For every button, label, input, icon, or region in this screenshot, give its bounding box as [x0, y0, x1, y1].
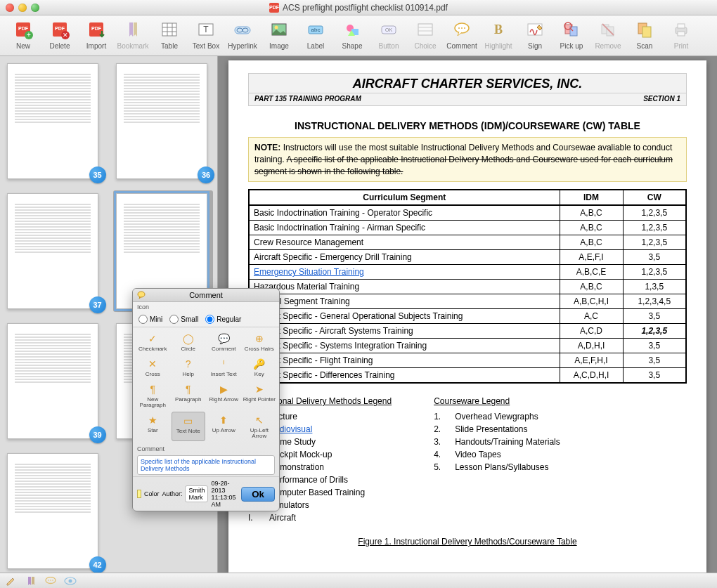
icon-option-cross-hairs[interactable]: ⊕Cross Hairs: [243, 330, 277, 354]
comment-bar-icon[interactable]: [44, 575, 58, 587]
toolbar-comment-button[interactable]: Comment: [444, 18, 479, 50]
toolbar-hyperlink-button[interactable]: Hyperlink: [225, 18, 260, 50]
table-row: Aircraft Specific - Flight TrainingA,E,F…: [249, 353, 686, 368]
cell-segment: Aircraft Specific - Aircraft Systems Tra…: [249, 324, 560, 339]
toolbar-label: Button: [379, 42, 399, 50]
thumbnail-page-42[interactable]: 42: [7, 453, 102, 569]
toolbar-delete-button[interactable]: PDF✕Delete: [42, 18, 77, 50]
choice-icon: [414, 18, 437, 41]
svg-rect-45: [642, 27, 651, 37]
size-radio-regular[interactable]: Regular: [205, 315, 241, 324]
icon-option-help[interactable]: ?Help: [172, 355, 206, 379]
thumbnail-page-36[interactable]: 36: [116, 63, 211, 179]
cell-idm: A,B,C,H,I: [560, 294, 623, 309]
icon-option-label: Text Note: [176, 429, 200, 434]
bookmark-icon: [122, 18, 144, 41]
textbox-icon: T: [195, 18, 217, 41]
comment-text-field[interactable]: Specific list of the applicable Instruct…: [137, 455, 275, 475]
text-note-icon: ▭: [182, 414, 195, 427]
thumbnail-page-35[interactable]: 35: [7, 63, 102, 179]
svg-point-53: [52, 580, 53, 581]
icon-option-up-arrow[interactable]: ⬆Up Arrow: [207, 412, 241, 441]
thumbnail-page-37[interactable]: 37: [7, 193, 102, 309]
note-struck: A specific list of the applicable Instru…: [254, 155, 673, 176]
toolbar-bookmark-button[interactable]: Bookmark: [115, 18, 150, 50]
page-badge: 37: [89, 296, 106, 313]
svg-text:T: T: [203, 25, 209, 34]
popup-header[interactable]: Comment: [133, 289, 279, 302]
cell-segment: Basic Indoctrination Training - Operator…: [249, 205, 560, 221]
icon-option-new-paragraph[interactable]: ¶New Paragraph: [136, 381, 170, 410]
color-swatch[interactable]: [137, 490, 141, 498]
icon-option-label: Key: [254, 372, 264, 377]
toolbar-label: Sign: [528, 42, 542, 50]
icon-option-circle[interactable]: ◯Circle: [172, 330, 206, 354]
remove-icon: [597, 18, 619, 41]
size-radio-small[interactable]: Small: [169, 315, 198, 324]
toolbar-image-button[interactable]: Image: [261, 18, 297, 50]
shape-icon: [341, 18, 363, 41]
icon-option-label: Paragraph: [175, 397, 201, 403]
icon-option-label: Up Arrow: [212, 428, 235, 433]
segment-link[interactable]: Emergency Situation Training: [254, 267, 364, 277]
size-radio-mini[interactable]: Mini: [138, 315, 162, 324]
toolbar-sign-button[interactable]: Sign: [517, 18, 553, 50]
toolbar-choice-button[interactable]: Choice: [408, 18, 443, 50]
timestamp: 09-28-2013 11:13:05 AM: [211, 480, 238, 508]
cell-idm: A,C,D: [560, 324, 623, 339]
bookmark-bar-icon[interactable]: [24, 575, 38, 587]
icon-option-star[interactable]: ★Star: [136, 412, 170, 441]
icon-option-paragraph[interactable]: ¶Paragraph: [172, 381, 206, 410]
icon-option-checkmark[interactable]: ✓Checkmark: [136, 330, 170, 354]
toolbar-import-button[interactable]: PDFImport: [79, 18, 114, 50]
cell-segment: Aircraft Specific - Differences Training: [249, 368, 560, 384]
toolbar-label: Delete: [50, 42, 70, 50]
comment-popup[interactable]: Comment Icon Mini Small Regular ✓Checkma…: [132, 288, 280, 511]
svg-text:B: B: [494, 22, 503, 37]
icon-option-key[interactable]: 🔑Key: [243, 355, 277, 379]
icon-option-cross[interactable]: ✕Cross: [136, 355, 170, 379]
icon-option-right-arrow[interactable]: ▶Right Arrow: [207, 381, 241, 410]
toolbar-label-button[interactable]: abcLabel: [298, 18, 333, 50]
eye-icon[interactable]: [63, 575, 77, 587]
icon-option-text-note[interactable]: ▭Text Note: [172, 412, 206, 441]
legend-item: 3.Handouts/Training Materials: [434, 436, 560, 448]
toolbar-button-button[interactable]: OKButton: [371, 18, 406, 50]
toolbar-scan-button[interactable]: Scan: [627, 18, 662, 50]
cell-idm: A,D,H,I: [560, 339, 623, 353]
button-icon: OK: [377, 18, 400, 41]
table-row: Aircraft Specific - Emergency Drill Trai…: [249, 250, 686, 265]
page-badge: 35: [89, 166, 106, 183]
toolbar-table-button[interactable]: Table: [152, 18, 187, 50]
toolbar-print-button[interactable]: Print: [664, 18, 699, 50]
toolbar-highlight-button[interactable]: BHighlight: [481, 18, 516, 50]
new-paragraph-icon: ¶: [146, 383, 159, 396]
svg-point-21: [275, 26, 278, 30]
thumbnail-page-39[interactable]: 39: [7, 323, 102, 439]
toolbar-new-button[interactable]: PDF+New: [6, 18, 41, 50]
cell-segment: Aircraft Specific - General Operational …: [249, 309, 560, 324]
icon-option-comment[interactable]: 💬Comment: [207, 330, 241, 354]
cell-cw: 1,3,5: [623, 280, 686, 294]
icon-option-insert-text[interactable]: ᴵInsert Text: [207, 355, 241, 379]
idm-cw-table: Curriculum Segment IDM CW Basic Indoctri…: [248, 189, 687, 384]
pencil-icon[interactable]: [4, 575, 18, 587]
window-titlebar: PDF ACS preflight postflight checklist 0…: [0, 0, 717, 15]
author-field[interactable]: Smith Mark: [185, 485, 208, 502]
toolbar-pick-up-button[interactable]: Pick up: [554, 18, 589, 50]
document-viewport[interactable]: AIRCRAFT CHARTER SERVICES, INC. PART 135…: [218, 56, 717, 573]
table-row: Aircraft Specific - Systems Integration …: [249, 339, 686, 353]
cell-cw: 3,5: [623, 309, 686, 324]
icon-option-right-pointer[interactable]: ➤Right Pointer: [243, 381, 277, 410]
toolbar-remove-button[interactable]: Remove: [590, 18, 626, 50]
icon-option-label: New Paragraph: [136, 397, 170, 408]
cell-segment: Crew Resource Management: [249, 235, 560, 250]
toolbar-shape-button[interactable]: Shape: [335, 18, 370, 50]
cross-hairs-icon: ⊕: [253, 332, 266, 345]
cell-segment: Aircraft Specific - Flight Training: [249, 353, 560, 368]
ok-button[interactable]: Ok: [241, 487, 275, 502]
comment-icon: 💬: [217, 332, 230, 345]
toolbar-text-box-button[interactable]: TText Box: [188, 18, 224, 50]
icon-option-up-left-arrow[interactable]: ↖Up-Left Arrow: [243, 412, 277, 441]
pdf-file-icon: PDF: [269, 3, 279, 13]
